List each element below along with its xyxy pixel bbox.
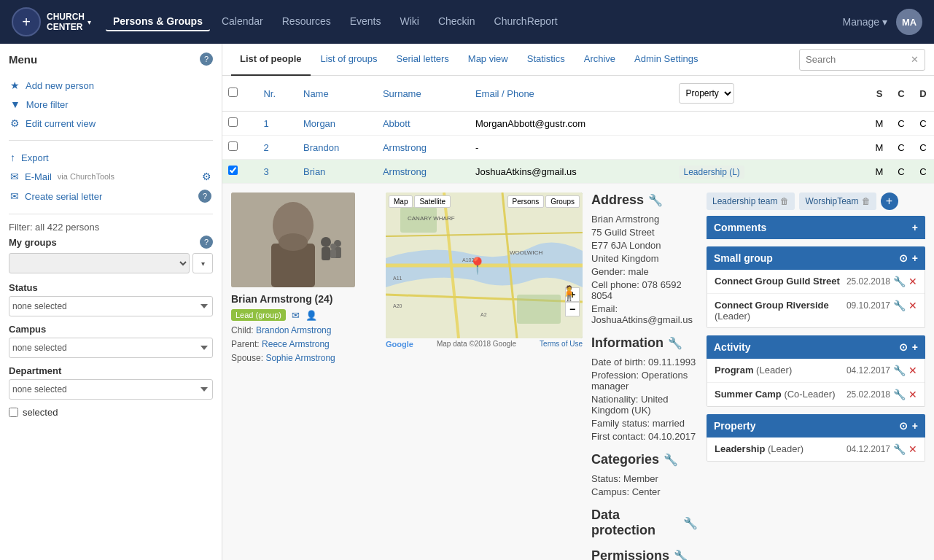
sidebar-item-more-filter[interactable]: ▼ More filter bbox=[9, 95, 213, 114]
row-2-surname[interactable]: Armstrong bbox=[383, 142, 427, 153]
map-persons-btn[interactable]: Persons bbox=[507, 195, 545, 208]
categories-wrench-icon[interactable]: 🔧 bbox=[663, 453, 678, 467]
map-groups-btn[interactable]: Groups bbox=[545, 195, 580, 208]
department-filter-select[interactable]: none selected bbox=[9, 379, 213, 400]
spouse-link[interactable]: Sophie Armstrong bbox=[265, 353, 335, 363]
address-header: Address 🔧 bbox=[591, 192, 698, 208]
logo-area[interactable]: + CHURCH CENTER ▾ bbox=[12, 7, 91, 36]
address-wrench-icon[interactable]: 🔧 bbox=[648, 193, 663, 207]
group-select-input[interactable] bbox=[9, 253, 190, 273]
small-group-item-2-edit[interactable]: 🔧 bbox=[893, 300, 906, 311]
row-2-checkbox[interactable] bbox=[228, 141, 238, 151]
sidebar-item-serial-letter[interactable]: ✉ Create serial letter ? bbox=[9, 186, 213, 206]
col-name[interactable]: Name bbox=[297, 76, 377, 112]
nav-events[interactable]: Events bbox=[343, 12, 389, 31]
property-add-icon[interactable]: + bbox=[912, 420, 918, 432]
col-nr[interactable]: Nr. bbox=[257, 76, 297, 112]
comments-add-icon[interactable]: + bbox=[912, 222, 918, 233]
row-2-nr[interactable]: 2 bbox=[263, 142, 268, 153]
map-terms-link[interactable]: Terms of Use bbox=[540, 340, 583, 349]
tab-list-of-people[interactable]: List of people bbox=[231, 44, 311, 76]
property-item-1-edit[interactable]: 🔧 bbox=[893, 443, 906, 455]
activity-collapse-icon[interactable]: ⊙ bbox=[899, 341, 908, 353]
small-group-item-2-delete[interactable]: ✕ bbox=[908, 300, 917, 311]
small-group-item-1-delete[interactable]: ✕ bbox=[908, 276, 917, 287]
nav-calendar[interactable]: Calendar bbox=[214, 12, 271, 31]
nav-resources[interactable]: Resources bbox=[275, 12, 338, 31]
col-surname[interactable]: Surname bbox=[377, 76, 470, 112]
nav-wiki[interactable]: Wiki bbox=[392, 12, 426, 31]
child-link[interactable]: Brandon Armstrong bbox=[256, 325, 331, 335]
row-1-checkbox[interactable] bbox=[228, 117, 238, 127]
property-dropdown[interactable]: Property bbox=[679, 83, 734, 104]
row-3-name[interactable]: Brian bbox=[303, 166, 325, 177]
tab-serial-letters[interactable]: Serial letters bbox=[388, 44, 458, 76]
table-header: Nr. Name Surname Email / Phone Property … bbox=[222, 76, 934, 112]
tab-archive[interactable]: Archive bbox=[575, 44, 624, 76]
department-filter: Department none selected bbox=[9, 365, 213, 400]
small-group-add-icon[interactable]: + bbox=[912, 252, 918, 264]
add-group-button[interactable]: + bbox=[881, 192, 898, 210]
row-3-nr[interactable]: 3 bbox=[263, 166, 268, 177]
search-clear-icon[interactable]: ✕ bbox=[911, 54, 919, 65]
logo-dropdown-icon[interactable]: ▾ bbox=[87, 18, 91, 26]
sidebar-item-email[interactable]: ✉ E-Mail via ChurchTools ⚙ bbox=[9, 167, 213, 186]
tab-list-of-groups[interactable]: List of groups bbox=[312, 44, 386, 76]
row-1-nr[interactable]: 1 bbox=[263, 118, 268, 129]
activity-item-2-delete[interactable]: ✕ bbox=[908, 389, 917, 400]
data-protection-wrench-icon[interactable]: 🔧 bbox=[683, 516, 698, 530]
parent-link[interactable]: Reece Armstrong bbox=[262, 339, 330, 349]
permissions-wrench-icon[interactable]: 🔧 bbox=[674, 549, 688, 560]
small-group-item-1-edit[interactable]: 🔧 bbox=[893, 276, 906, 287]
nav-persons-groups[interactable]: Persons & Groups bbox=[106, 12, 210, 31]
sidebar-help-icon[interactable]: ? bbox=[200, 52, 213, 66]
tab-admin-settings[interactable]: Admin Settings bbox=[626, 44, 707, 76]
select-all-checkbox[interactable] bbox=[228, 88, 238, 97]
col-email-phone[interactable]: Email / Phone bbox=[470, 76, 674, 112]
person-profile-icon[interactable]: 👤 bbox=[306, 310, 317, 321]
property-item-1-delete[interactable]: ✕ bbox=[908, 443, 917, 455]
nav-churchreport[interactable]: ChurchReport bbox=[487, 12, 565, 31]
nav-checkin[interactable]: Checkin bbox=[431, 12, 483, 31]
address-line2: 75 Guild Street bbox=[591, 227, 698, 238]
small-group-item-2: Connect Group Riverside (Leader) 09.10.2… bbox=[707, 294, 925, 327]
group-select-arrow[interactable]: ▾ bbox=[192, 253, 213, 273]
activity-item-1-right: 04.12.2017 🔧 ✕ bbox=[841, 365, 917, 376]
activity-item-1-delete[interactable]: ✕ bbox=[908, 365, 917, 376]
search-input[interactable] bbox=[806, 54, 908, 65]
comments-panel-icons: + bbox=[912, 222, 918, 233]
activity-item-1-edit[interactable]: 🔧 bbox=[893, 365, 906, 376]
manage-button[interactable]: Manage ▾ bbox=[843, 16, 887, 28]
row-2-name[interactable]: Brandon bbox=[303, 142, 339, 153]
tab-statistics[interactable]: Statistics bbox=[518, 44, 574, 76]
map-zoom-out[interactable]: − bbox=[565, 302, 580, 316]
sidebar-item-add-person[interactable]: ★ Add new person bbox=[9, 76, 213, 95]
campus-filter-select[interactable]: none selected bbox=[9, 338, 213, 358]
map-container[interactable]: CANARY WHARF WOOLWICH A11 A102 A20 A2 📍 … bbox=[386, 192, 583, 338]
tab-map-view[interactable]: Map view bbox=[459, 44, 517, 76]
my-groups-help-icon[interactable]: ? bbox=[200, 236, 213, 249]
person-email-icon[interactable]: ✉ bbox=[292, 310, 300, 321]
sidebar-item-edit-view[interactable]: ⚙ Edit current view bbox=[9, 114, 213, 133]
group-tag-worshipteam-remove[interactable]: 🗑 bbox=[862, 196, 871, 206]
map-map-btn[interactable]: Satellite bbox=[414, 195, 451, 208]
selected-checkbox[interactable] bbox=[9, 408, 18, 417]
sidebar-item-export[interactable]: ↑ Export bbox=[9, 148, 213, 167]
info-family: Family status: married bbox=[591, 418, 698, 429]
group-tag-leadership-remove[interactable]: 🗑 bbox=[780, 196, 789, 206]
map-satellite-btn[interactable]: Map bbox=[389, 195, 413, 208]
property-collapse-icon[interactable]: ⊙ bbox=[899, 420, 908, 432]
email-settings-icon[interactable]: ⚙ bbox=[202, 171, 211, 182]
comments-panel: Comments + bbox=[707, 216, 925, 239]
row-1-surname[interactable]: Abbott bbox=[383, 118, 410, 129]
avatar[interactable]: MA bbox=[896, 9, 922, 35]
status-filter-select[interactable]: none selected bbox=[9, 296, 213, 316]
row-3-checkbox[interactable] bbox=[228, 166, 238, 175]
activity-item-2-edit[interactable]: 🔧 bbox=[893, 389, 906, 400]
info-wrench-icon[interactable]: 🔧 bbox=[668, 336, 682, 350]
row-1-name[interactable]: Morgan bbox=[303, 118, 335, 129]
small-group-collapse-icon[interactable]: ⊙ bbox=[899, 252, 908, 264]
activity-add-icon[interactable]: + bbox=[912, 341, 918, 353]
row-3-surname[interactable]: Armstrong bbox=[383, 166, 427, 177]
serial-help-icon[interactable]: ? bbox=[198, 190, 211, 203]
